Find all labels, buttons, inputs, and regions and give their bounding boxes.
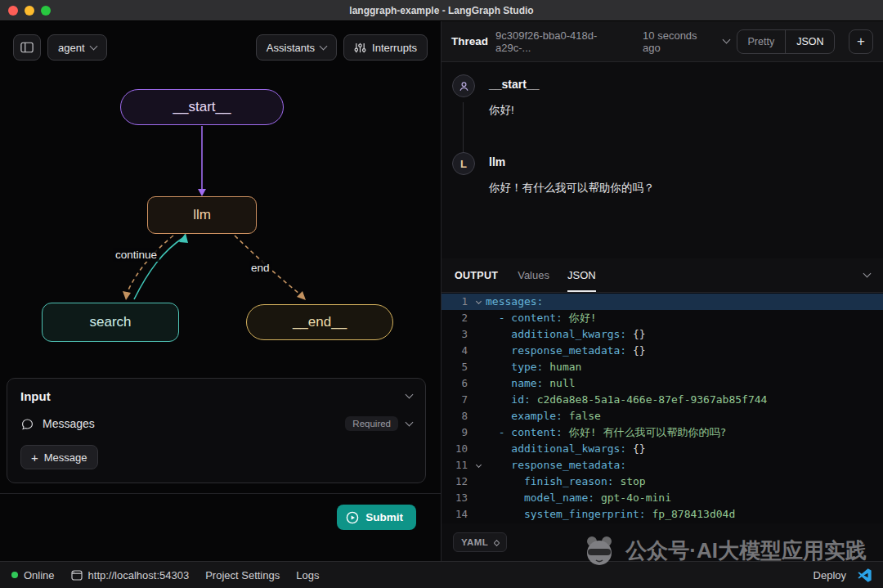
logs-link[interactable]: Logs <box>296 569 319 581</box>
code-line[interactable]: 3 additional_kwargs: {} <box>441 326 883 343</box>
thread-id: 9c309f26-bba0-418d-a29c-... <box>495 29 632 54</box>
agent-selector[interactable]: agent <box>47 34 107 61</box>
code-text: additional_kwargs: {} <box>486 441 646 457</box>
code-line[interactable]: 4 response_metadata: {} <box>441 343 883 359</box>
updown-icon <box>495 539 499 545</box>
sidebar-toggle-button[interactable] <box>13 34 41 61</box>
online-label: Online <box>24 569 55 581</box>
fold-spacer <box>471 375 486 392</box>
titlebar: langgraph-example - LangGraph Studio <box>0 0 883 21</box>
graph-node-end[interactable]: __end__ <box>246 304 393 340</box>
online-status: Online <box>11 569 55 581</box>
submit-button[interactable]: Submit <box>337 505 416 530</box>
output-title: OUTPUT <box>455 258 498 292</box>
line-number: 14 <box>441 506 471 523</box>
code-line[interactable]: 13 model_name: gpt-4o-mini <box>441 490 883 506</box>
line-number: 6 <box>441 375 471 392</box>
line-number: 10 <box>441 441 471 457</box>
messages-field-row[interactable]: Messages Required <box>7 411 425 437</box>
server-url[interactable]: http://localhost:54303 <box>71 569 190 581</box>
code-line[interactable]: 11 response_metadata: <box>441 457 883 474</box>
pretty-tab-button[interactable]: Pretty <box>737 30 786 53</box>
code-line[interactable]: 12 finish_reason: stop <box>441 474 883 490</box>
fold-spacer <box>471 343 486 359</box>
code-line[interactable]: 2 - content: 你好! <box>441 310 883 326</box>
required-badge: Required <box>345 416 398 431</box>
code-line[interactable]: 7 id: c2d6a8e8-5a1a-466e-87ef-9367ab85f7… <box>441 392 883 408</box>
chevron-down-icon <box>863 270 872 278</box>
graph-node-llm[interactable]: llm <box>147 196 257 234</box>
line-number: 4 <box>441 343 471 359</box>
avatar-letter: L <box>460 158 467 170</box>
deploy-link[interactable]: Deploy <box>814 569 846 581</box>
interrupts-button[interactable]: Interrupts <box>343 34 428 61</box>
format-selector[interactable]: YAML <box>453 532 507 552</box>
fold-chevron-icon[interactable] <box>471 294 486 310</box>
code-text: type: human <box>486 359 581 375</box>
code-line[interactable]: 5 type: human <box>441 359 883 375</box>
tab-values[interactable]: Values <box>518 258 549 292</box>
agent-selector-label: agent <box>58 42 85 54</box>
code-text: id: c2d6a8e8-5a1a-466e-87ef-9367ab85f744 <box>486 392 767 408</box>
submit-label: Submit <box>365 511 403 523</box>
view-mode-segmented-control: Pretty JSON <box>737 29 836 54</box>
code-line[interactable]: 9 - content: 你好! 有什么我可以帮助你的吗? <box>441 424 883 441</box>
code-line[interactable]: 10 additional_kwargs: {} <box>441 441 883 457</box>
interrupts-icon <box>354 42 366 54</box>
code-line[interactable]: 6 name: null <box>441 375 883 392</box>
messages-field-label: Messages <box>43 417 95 430</box>
arrowhead-llm-search <box>123 291 131 300</box>
collapse-output-button[interactable] <box>864 258 870 292</box>
code-text: messages: <box>486 294 543 310</box>
code-text: response_metadata: <box>486 457 626 474</box>
graph-node-start[interactable]: __start__ <box>120 89 284 125</box>
assistants-dropdown[interactable]: Assistants <box>256 34 337 61</box>
line-number: 13 <box>441 490 471 506</box>
close-window-button[interactable] <box>8 6 18 16</box>
code-text: finish_reason: stop <box>486 474 646 490</box>
play-circle-icon <box>346 511 359 524</box>
json-tab-button[interactable]: JSON <box>785 30 834 53</box>
code-line[interactable]: 8 example: false <box>441 408 883 424</box>
vscode-icon[interactable] <box>858 568 872 582</box>
project-settings-link[interactable]: Project Settings <box>205 569 280 581</box>
thread-label: Thread <box>451 35 488 47</box>
graph-node-search[interactable]: search <box>42 303 179 342</box>
fold-spacer <box>471 408 486 424</box>
fold-spacer <box>471 441 486 457</box>
interrupts-label: Interrupts <box>372 42 417 54</box>
add-message-label: Message <box>44 451 87 464</box>
graph-canvas[interactable]: __start__ llm search __end__ continue en… <box>0 74 441 373</box>
output-code-editor[interactable]: 1messages:2 - content: 你好!3 additional_k… <box>441 293 883 523</box>
window-title: langgraph-example - LangGraph Studio <box>0 5 883 16</box>
chevron-down-icon <box>722 36 730 44</box>
tab-json[interactable]: JSON <box>567 258 596 292</box>
chat-bubble-icon <box>20 417 34 431</box>
thread-time-dropdown[interactable]: 10 seconds ago <box>643 29 728 54</box>
editor-footer: YAML <box>441 523 883 561</box>
code-line[interactable]: 1messages: <box>441 294 883 310</box>
assistants-label: Assistants <box>267 42 315 54</box>
input-panel: Input Messages Required + Message <box>7 378 426 483</box>
code-line[interactable]: 14 system_fingerprint: fp_878413d04d <box>441 506 883 523</box>
code-text: response_metadata: {} <box>486 343 646 359</box>
thread-panel: Thread 9c309f26-bba0-418d-a29c-... 10 se… <box>441 21 883 561</box>
plus-icon: + <box>857 34 865 49</box>
add-message-button[interactable]: + Message <box>20 445 98 469</box>
minimize-window-button[interactable] <box>25 6 34 16</box>
avatar: L <box>452 152 475 175</box>
arrowhead-search-llm <box>179 233 188 243</box>
new-thread-button[interactable]: + <box>849 29 873 54</box>
line-number: 5 <box>441 359 471 375</box>
arrowhead-llm-end <box>297 291 306 300</box>
fold-chevron-icon[interactable] <box>471 457 486 474</box>
chevron-down-icon <box>406 418 414 426</box>
maximize-window-button[interactable] <box>41 6 51 16</box>
fold-spacer <box>471 359 486 375</box>
message-start: __start__ 你好! <box>452 74 870 118</box>
line-number: 9 <box>441 424 471 441</box>
input-panel-header[interactable]: Input <box>7 379 425 411</box>
fold-spacer <box>471 392 486 408</box>
edge-llm-search-dashed <box>126 236 173 295</box>
thread-header: Thread 9c309f26-bba0-418d-a29c-... 10 se… <box>441 21 883 62</box>
